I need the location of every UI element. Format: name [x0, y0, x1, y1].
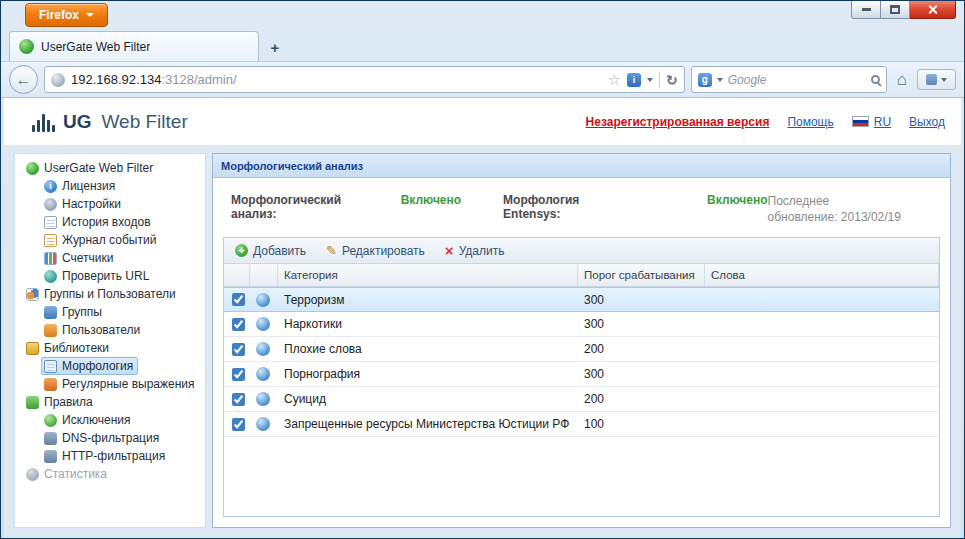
- content-area: UserGate Web Filter Лицензия Настройки И…: [4, 145, 961, 538]
- table-row[interactable]: Запрещенные ресурсы Министерства Юстиции…: [224, 412, 939, 437]
- table-row[interactable]: Суицид 200: [224, 387, 939, 412]
- table-header: Категория Порог срабатывания Слова: [224, 264, 939, 287]
- site-globe-icon: [51, 73, 65, 87]
- row-checkbox[interactable]: [232, 293, 245, 306]
- sidebar-item-exceptions[interactable]: Исключения: [15, 411, 205, 429]
- sidebar-item-check-url[interactable]: Проверить URL: [15, 267, 205, 285]
- threshold-cell: 100: [578, 412, 705, 436]
- tab-usergate-web-filter[interactable]: UserGate Web Filter: [9, 31, 259, 61]
- logo-text-ug: UG: [63, 111, 92, 133]
- search-icon[interactable]: [871, 75, 880, 84]
- maximize-button[interactable]: [881, 1, 910, 19]
- url-text[interactable]: 192.168.92.134 :3128/admin/: [71, 72, 602, 87]
- unregistered-version-link[interactable]: Незарегистрированная версия: [586, 115, 770, 129]
- delete-button[interactable]: Удалить: [440, 241, 510, 260]
- help-link[interactable]: Помощь: [787, 115, 833, 129]
- url-host: 192.168.92.134: [71, 72, 161, 87]
- table-row[interactable]: Порнография 300: [224, 362, 939, 387]
- row-checkbox[interactable]: [232, 318, 245, 331]
- sidebar-item-morphology[interactable]: Морфология: [15, 357, 205, 375]
- language-link[interactable]: RU: [874, 115, 891, 129]
- row-checkbox[interactable]: [232, 418, 245, 431]
- sidebar-item-users[interactable]: Пользователи: [15, 321, 205, 339]
- search-engine-dropdown-icon[interactable]: [717, 78, 723, 82]
- words-cell: [705, 312, 939, 336]
- language-switcher[interactable]: RU: [852, 115, 891, 129]
- sidebar-item-license[interactable]: Лицензия: [15, 177, 205, 195]
- sidebar-item-http-filtering[interactable]: HTTP-фильтрация: [15, 447, 205, 465]
- table-row[interactable]: Плохие слова 200: [224, 337, 939, 362]
- logout-link[interactable]: Выход: [909, 115, 945, 129]
- app-logo: UG Web Filter: [32, 111, 188, 133]
- search-input[interactable]: [728, 73, 866, 87]
- url-dropdown-icon[interactable]: [647, 78, 653, 82]
- sidebar-item-libraries[interactable]: Библиотеки: [15, 339, 205, 357]
- sidebar-item-dns-filtering[interactable]: DNS-фильтрация: [15, 429, 205, 447]
- app-header: UG Web Filter Незарегистрированная верси…: [4, 98, 961, 145]
- main-panel: Морфологический анализ Морфологический а…: [212, 153, 951, 528]
- table-row[interactable]: Терроризм 300: [224, 287, 939, 312]
- icon-column-header[interactable]: [250, 264, 278, 286]
- sidebar-item-regex[interactable]: Регулярные выражения: [15, 375, 205, 393]
- row-checkbox[interactable]: [232, 368, 245, 381]
- page: UG Web Filter Незарегистрированная верси…: [4, 98, 961, 538]
- category-cell: Наркотики: [278, 312, 578, 336]
- settings-gear-icon: [44, 198, 57, 211]
- exceptions-icon: [44, 414, 57, 427]
- threshold-column-header[interactable]: Порог срабатывания: [578, 264, 705, 286]
- category-globe-icon: [256, 392, 270, 406]
- panel-header: Морфологический анализ: [213, 154, 950, 178]
- table-row[interactable]: Наркотики 300: [224, 312, 939, 337]
- sidebar-item-usergate[interactable]: UserGate Web Filter: [15, 159, 205, 177]
- threshold-cell: 300: [578, 288, 705, 311]
- maximize-icon: [890, 5, 900, 14]
- sidebar-item-login-history[interactable]: История входов: [15, 213, 205, 231]
- window-controls: [851, 1, 956, 19]
- category-globe-icon: [256, 342, 270, 356]
- edit-button[interactable]: Редактировать: [321, 242, 430, 260]
- morphology-icon: [44, 360, 57, 373]
- sidebar-item-groups[interactable]: Группы: [15, 303, 205, 321]
- header-links: Незарегистрированная версия Помощь RU Вы…: [586, 115, 945, 129]
- row-checkbox[interactable]: [232, 343, 245, 356]
- category-column-header[interactable]: Категория: [278, 264, 578, 286]
- home-button[interactable]: [893, 70, 911, 90]
- category-cell: Плохие слова: [278, 337, 578, 361]
- dns-filtering-icon: [44, 432, 57, 445]
- logo-text-webfilter: Web Filter: [102, 111, 188, 133]
- back-button[interactable]: [9, 65, 38, 94]
- firefox-menu-button[interactable]: Firefox: [25, 3, 108, 27]
- tab-title: UserGate Web Filter: [41, 40, 150, 54]
- minimize-button[interactable]: [851, 1, 881, 19]
- tab-favicon: [19, 39, 34, 54]
- sidebar-tree: UserGate Web Filter Лицензия Настройки И…: [14, 153, 206, 528]
- sidebar-item-settings[interactable]: Настройки: [15, 195, 205, 213]
- bookmarks-menu-button[interactable]: [917, 69, 956, 90]
- add-button[interactable]: Добавить: [230, 242, 311, 260]
- sidebar-item-event-log[interactable]: Журнал событий: [15, 231, 205, 249]
- regex-icon: [44, 378, 57, 391]
- checkbox-column-header[interactable]: [224, 264, 250, 286]
- category-globe-icon: [256, 367, 270, 381]
- sidebar-item-counters[interactable]: Счетчики: [15, 249, 205, 267]
- new-tab-button[interactable]: [261, 37, 289, 57]
- category-globe-icon: [256, 317, 270, 331]
- sidebar-item-groups-users[interactable]: Группы и Пользователи: [15, 285, 205, 303]
- search-bar[interactable]: [691, 66, 887, 93]
- row-checkbox[interactable]: [232, 393, 245, 406]
- url-bar[interactable]: 192.168.92.134 :3128/admin/: [44, 66, 685, 93]
- identity-icon[interactable]: [627, 73, 641, 87]
- libraries-icon: [26, 342, 39, 355]
- sidebar-item-rules[interactable]: Правила: [15, 393, 205, 411]
- edit-pencil-icon: [326, 244, 337, 257]
- words-column-header[interactable]: Слова: [705, 264, 939, 286]
- words-cell: [705, 412, 939, 436]
- license-info-icon: [44, 180, 57, 193]
- refresh-icon[interactable]: [666, 73, 678, 87]
- statistics-icon: [26, 468, 39, 481]
- browser-window: Firefox UserGate Web Filter 192.168.92.1…: [0, 0, 965, 539]
- close-button[interactable]: [910, 1, 956, 19]
- users-icon: [44, 324, 57, 337]
- bookmark-star-icon[interactable]: [608, 72, 621, 87]
- divider: [659, 72, 660, 88]
